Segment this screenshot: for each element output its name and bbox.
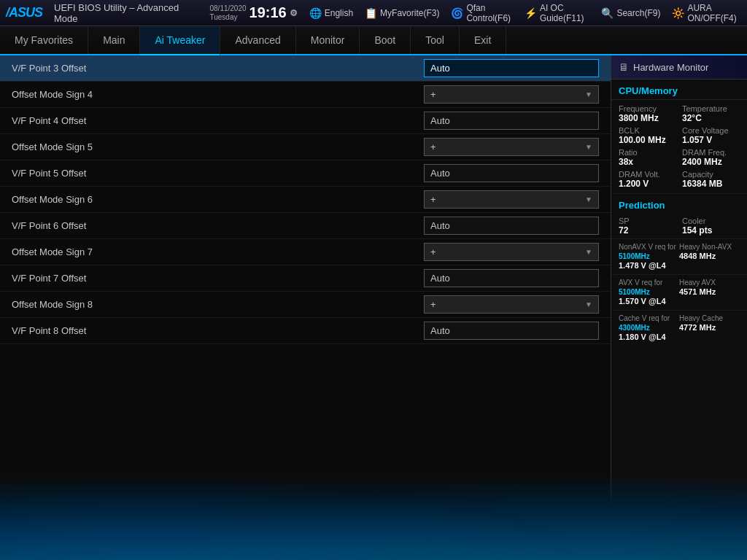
frequency-label: Frequency — [619, 104, 676, 113]
date: 08/11/2020 — [210, 4, 247, 13]
setting-value-vf8[interactable]: Auto — [424, 322, 599, 340]
dropdown-offset5[interactable]: + ▼ — [424, 138, 599, 156]
table-row[interactable]: Offset Mode Sign 4 + ▼ — [0, 82, 611, 108]
setting-label-vf7: V/F Point 7 Offset — [12, 273, 424, 284]
value-input-vf6[interactable]: Auto — [424, 217, 599, 235]
nav-boot[interactable]: Boot — [360, 26, 411, 54]
time: 19:16 — [249, 4, 287, 21]
cache-volt-value: 1.180 V @L4 — [619, 332, 679, 341]
capacity-label: Capacity — [682, 170, 740, 179]
dram-freq-value: 2400 MHz — [682, 157, 740, 167]
setting-value-offset7[interactable]: + ▼ — [424, 243, 599, 261]
dropdown-offset6[interactable]: + ▼ — [424, 190, 599, 209]
bclk-value: 100.00 MHz — [619, 135, 676, 145]
core-voltage-value: 1.057 V — [682, 135, 740, 145]
dropdown-offset8[interactable]: + ▼ — [424, 295, 599, 314]
setting-label-offset6: Offset Mode Sign 6 — [12, 194, 424, 205]
settings-panel: V/F Point 3 Offset Auto Offset Mode Sign… — [0, 55, 611, 505]
nonavx-req-label: NonAVX V req for 5100MHz — [619, 242, 679, 261]
table-row[interactable]: V/F Point 6 Offset Auto — [0, 213, 611, 239]
setting-label-offset4: Offset Mode Sign 4 — [12, 89, 424, 100]
nav-ai-tweaker[interactable]: Ai Tweaker — [140, 26, 220, 55]
setting-value-vf7[interactable]: Auto — [424, 269, 599, 287]
table-row[interactable]: V/F Point 8 Offset Auto — [0, 318, 611, 344]
dropdown-offset4[interactable]: + ▼ — [424, 85, 599, 104]
prediction-cache-block: Cache V req for 4300MHz 1.180 V @L4 Heav… — [611, 310, 747, 346]
search-button[interactable]: 🔍 Search(F9) — [601, 7, 660, 19]
heavy-cache-value: 4772 MHz — [679, 323, 740, 332]
monitor-icon: 🖥 — [619, 61, 629, 73]
chevron-down-icon: ▼ — [585, 143, 592, 151]
setting-value-vf4[interactable]: Auto — [424, 112, 599, 130]
ai-oc-label: AI OC Guide(F11) — [540, 3, 590, 23]
fan-icon: 🌀 — [451, 7, 463, 19]
nav-my-favorites[interactable]: My Favorites — [0, 26, 88, 54]
table-row[interactable]: Offset Mode Sign 5 + ▼ — [0, 134, 611, 160]
sp-value: 72 — [619, 225, 676, 236]
dram-volt-value: 1.200 V — [619, 179, 676, 189]
value-input-vf3[interactable]: Auto — [424, 59, 599, 77]
table-row[interactable]: Offset Mode Sign 6 + ▼ — [0, 187, 611, 213]
setting-label-vf3: V/F Point 3 Offset — [12, 63, 424, 74]
hardware-monitor: 🖥 Hardware Monitor CPU/Memory Frequency … — [611, 55, 747, 505]
setting-value-vf5[interactable]: Auto — [424, 164, 599, 182]
my-favorite-button[interactable]: 📋 MyFavorite(F3) — [365, 7, 439, 19]
setting-label-offset8: Offset Mode Sign 8 — [12, 299, 424, 310]
qfan-button[interactable]: 🌀 Qfan Control(F6) — [451, 3, 512, 23]
table-row[interactable]: V/F Point 4 Offset Auto — [0, 108, 611, 134]
setting-label-vf6: V/F Point 6 Offset — [12, 220, 424, 231]
chevron-down-icon: ▼ — [585, 90, 592, 98]
table-row[interactable]: V/F Point 7 Offset Auto — [0, 265, 611, 292]
language-selector[interactable]: 🌐 English — [309, 7, 353, 19]
ratio-value: 38x — [619, 157, 676, 167]
nav-exit[interactable]: Exit — [460, 26, 506, 54]
cooler-label: Cooler — [682, 217, 740, 225]
dropdown-offset7[interactable]: + ▼ — [424, 243, 599, 261]
ai-oc-button[interactable]: ⚡ AI OC Guide(F11) — [525, 3, 590, 23]
prediction-nonavx-block: NonAVX V req for 5100MHz 1.478 V @L4 Hea… — [611, 238, 747, 274]
bookmark-icon: 📋 — [365, 7, 377, 19]
settings-icon[interactable]: ⚙ — [290, 8, 298, 18]
setting-label-offset5: Offset Mode Sign 5 — [12, 141, 424, 152]
value-input-vf4[interactable]: Auto — [424, 112, 599, 130]
prediction-sp-cooler: SP 72 Cooler 154 pts — [611, 214, 747, 238]
value-input-vf5[interactable]: Auto — [424, 164, 599, 182]
nonavx-volt-value: 1.478 V @L4 — [619, 261, 679, 270]
nav-monitor[interactable]: Monitor — [296, 26, 360, 54]
prediction-avx-block: AVX V req for 5100MHz 1.570 V @L4 Heavy … — [611, 274, 747, 310]
table-row[interactable]: V/F Point 3 Offset Auto — [0, 55, 611, 82]
setting-label-vf8: V/F Point 8 Offset — [12, 325, 424, 336]
nav-main[interactable]: Main — [88, 26, 140, 54]
temperature-label: Temperature — [682, 104, 740, 113]
aura-button[interactable]: 🔆 AURA ON/OFF(F4) — [672, 3, 741, 23]
setting-value-vf6[interactable]: Auto — [424, 217, 599, 235]
value-input-vf7[interactable]: Auto — [424, 269, 599, 287]
bottom-bar: Version 2.20.1276. Copyright (C) 2020 Am… — [0, 535, 747, 560]
nav-tool[interactable]: Tool — [411, 26, 460, 54]
time-display: 19:16 ⚙ — [249, 4, 298, 21]
setting-label-vf5: V/F Point 5 Offset — [12, 168, 424, 179]
capacity-value: 16384 MB — [682, 179, 740, 189]
setting-label-offset7: Offset Mode Sign 7 — [12, 246, 424, 257]
setting-value-offset4[interactable]: + ▼ — [424, 85, 599, 104]
main-content: V/F Point 3 Offset Auto Offset Mode Sign… — [0, 55, 747, 505]
nav-bar: My Favorites Main Ai Tweaker Advanced Mo… — [0, 26, 747, 55]
table-row[interactable]: V/F Point 5 Offset Auto — [0, 160, 611, 187]
table-row[interactable]: Offset Mode Sign 8 + ▼ — [0, 292, 611, 318]
heavy-avx-label: Heavy AVX — [679, 278, 740, 287]
value-input-vf8[interactable]: Auto — [424, 322, 599, 340]
setting-label-vf4: V/F Point 4 Offset — [12, 115, 424, 126]
sp-label: SP — [619, 217, 676, 225]
core-voltage-label: Core Voltage — [682, 126, 740, 135]
setting-value-vf3[interactable]: Auto — [424, 59, 599, 77]
cooler-value: 154 pts — [682, 225, 740, 236]
nav-advanced[interactable]: Advanced — [220, 26, 295, 54]
day: Tuesday — [210, 13, 247, 22]
setting-value-offset8[interactable]: + ▼ — [424, 295, 599, 314]
setting-value-offset5[interactable]: + ▼ — [424, 138, 599, 156]
heavy-cache-label: Heavy Cache — [679, 314, 740, 323]
table-row[interactable]: Offset Mode Sign 7 + ▼ — [0, 239, 611, 265]
setting-value-offset6[interactable]: + ▼ — [424, 190, 599, 209]
globe-icon: 🌐 — [309, 7, 322, 19]
my-favorite-label: MyFavorite(F3) — [380, 8, 439, 18]
